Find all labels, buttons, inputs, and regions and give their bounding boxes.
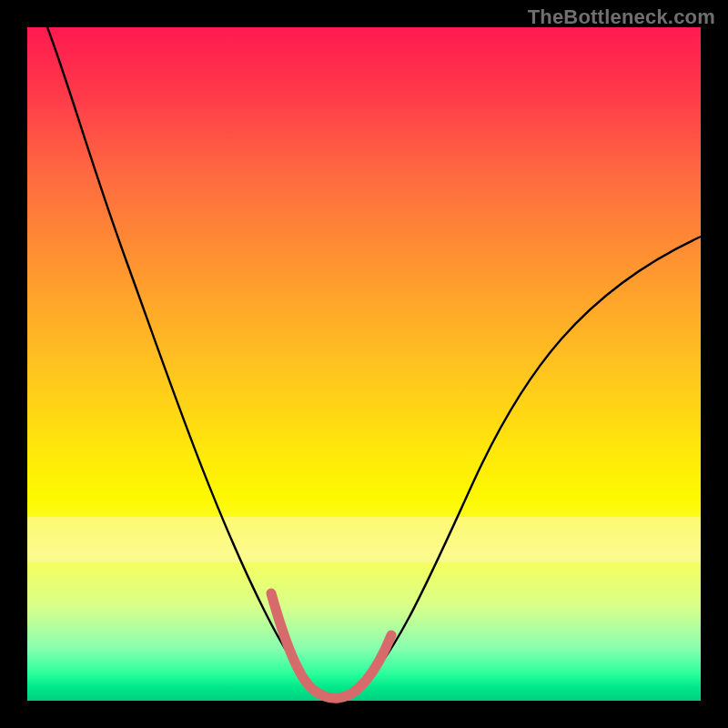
plot-svg (27, 27, 701, 701)
highlight-segment (271, 593, 391, 698)
bottleneck-curve (47, 27, 701, 696)
watermark-text: TheBottleneck.com (528, 5, 715, 29)
